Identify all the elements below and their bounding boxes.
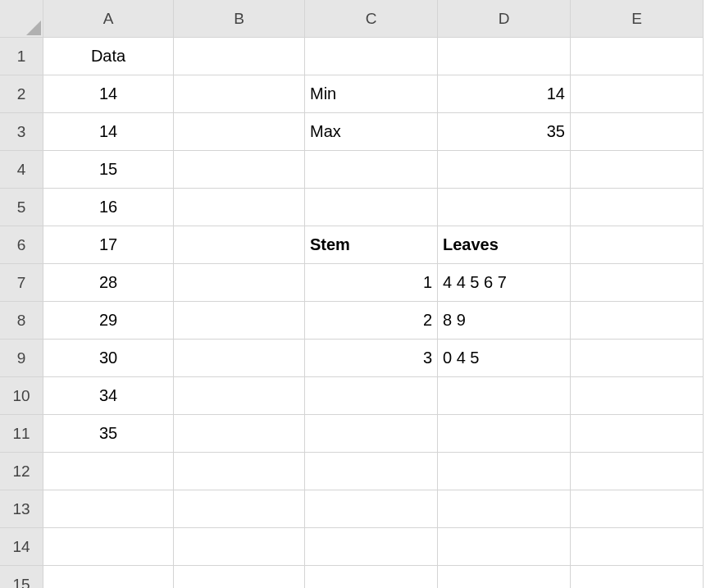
cell-C5[interactable] (305, 189, 438, 226)
cell-A10[interactable]: 34 (43, 377, 174, 415)
cell-C2[interactable]: Min (305, 75, 438, 113)
column-header-C[interactable]: C (305, 0, 438, 38)
column-header-B[interactable]: B (174, 0, 305, 38)
cell-B14[interactable] (174, 528, 305, 566)
cell-C11[interactable] (305, 415, 438, 453)
cell-C10[interactable] (305, 377, 438, 415)
spreadsheet-grid[interactable]: ABCDE1Data214Min14314Max35415516617StemL… (0, 0, 706, 588)
cell-D3[interactable]: 35 (438, 113, 571, 151)
cell-E2[interactable] (571, 75, 704, 113)
cell-A3[interactable]: 14 (43, 113, 174, 151)
cell-E13[interactable] (571, 490, 704, 528)
cell-A6[interactable]: 17 (43, 226, 174, 264)
row-header-7[interactable]: 7 (0, 264, 43, 302)
cell-E5[interactable] (571, 189, 704, 226)
cell-B8[interactable] (174, 302, 305, 340)
row-header-3[interactable]: 3 (0, 113, 43, 151)
row-header-2[interactable]: 2 (0, 75, 43, 113)
cell-E9[interactable] (571, 340, 704, 377)
row-header-11[interactable]: 11 (0, 415, 43, 453)
cell-D14[interactable] (438, 528, 571, 566)
cell-D1[interactable] (438, 38, 571, 75)
cell-C6[interactable]: Stem (305, 226, 438, 264)
cell-B3[interactable] (174, 113, 305, 151)
cell-C4[interactable] (305, 151, 438, 189)
row-header-15[interactable]: 15 (0, 566, 43, 588)
cell-C12[interactable] (305, 453, 438, 490)
cell-B13[interactable] (174, 490, 305, 528)
cell-A4[interactable]: 15 (43, 151, 174, 189)
row-header-1[interactable]: 1 (0, 38, 43, 75)
cell-C3[interactable]: Max (305, 113, 438, 151)
cell-B9[interactable] (174, 340, 305, 377)
cell-D6[interactable]: Leaves (438, 226, 571, 264)
cell-D13[interactable] (438, 490, 571, 528)
row-header-14[interactable]: 14 (0, 528, 43, 566)
cell-D9[interactable]: 0 4 5 (438, 340, 571, 377)
cell-D12[interactable] (438, 453, 571, 490)
cell-A15[interactable] (43, 566, 174, 588)
cell-B2[interactable] (174, 75, 305, 113)
cell-E1[interactable] (571, 38, 704, 75)
cell-D11[interactable] (438, 415, 571, 453)
cell-D7[interactable]: 4 4 5 6 7 (438, 264, 571, 302)
column-header-A[interactable]: A (43, 0, 174, 38)
cell-E7[interactable] (571, 264, 704, 302)
cell-D2[interactable]: 14 (438, 75, 571, 113)
cell-E15[interactable] (571, 566, 704, 588)
cell-B12[interactable] (174, 453, 305, 490)
row-header-8[interactable]: 8 (0, 302, 43, 340)
cell-A14[interactable] (43, 528, 174, 566)
cell-B10[interactable] (174, 377, 305, 415)
cell-C13[interactable] (305, 490, 438, 528)
row-header-label: 8 (17, 312, 26, 330)
row-header-9[interactable]: 9 (0, 340, 43, 377)
cell-E14[interactable] (571, 528, 704, 566)
cell-C9[interactable]: 3 (305, 340, 438, 377)
cell-D15[interactable] (438, 566, 571, 588)
cell-B4[interactable] (174, 151, 305, 189)
row-header-13[interactable]: 13 (0, 490, 43, 528)
cell-E3[interactable] (571, 113, 704, 151)
cell-C15[interactable] (305, 566, 438, 588)
cell-A11[interactable]: 35 (43, 415, 174, 453)
cell-D4[interactable] (438, 151, 571, 189)
cell-B11[interactable] (174, 415, 305, 453)
cell-value: Max (310, 122, 341, 141)
cell-A1[interactable]: Data (43, 38, 174, 75)
column-header-E[interactable]: E (571, 0, 704, 38)
cell-B5[interactable] (174, 189, 305, 226)
cell-C8[interactable]: 2 (305, 302, 438, 340)
cell-A9[interactable]: 30 (43, 340, 174, 377)
row-header-12[interactable]: 12 (0, 453, 43, 490)
cell-D10[interactable] (438, 377, 571, 415)
cell-D5[interactable] (438, 189, 571, 226)
cell-A7[interactable]: 28 (43, 264, 174, 302)
cell-A13[interactable] (43, 490, 174, 528)
row-header-6[interactable]: 6 (0, 226, 43, 264)
cell-B7[interactable] (174, 264, 305, 302)
cell-B15[interactable] (174, 566, 305, 588)
cell-E4[interactable] (571, 151, 704, 189)
cell-A12[interactable] (43, 453, 174, 490)
cell-A8[interactable]: 29 (43, 302, 174, 340)
row-header-4[interactable]: 4 (0, 151, 43, 189)
cell-A5[interactable]: 16 (43, 189, 174, 226)
cell-E12[interactable] (571, 453, 704, 490)
cell-A2[interactable]: 14 (43, 75, 174, 113)
cell-E11[interactable] (571, 415, 704, 453)
cell-E6[interactable] (571, 226, 704, 264)
row-header-5[interactable]: 5 (0, 189, 43, 226)
cell-C14[interactable] (305, 528, 438, 566)
select-all-corner[interactable] (0, 0, 43, 38)
cell-B6[interactable] (174, 226, 305, 264)
row-header-10[interactable]: 10 (0, 377, 43, 415)
cell-C1[interactable] (305, 38, 438, 75)
cell-C7[interactable]: 1 (305, 264, 438, 302)
cell-D8[interactable]: 8 9 (438, 302, 571, 340)
cell-B1[interactable] (174, 38, 305, 75)
cell-E10[interactable] (571, 377, 704, 415)
row-header-label: 7 (17, 274, 26, 292)
column-header-D[interactable]: D (438, 0, 571, 38)
cell-E8[interactable] (571, 302, 704, 340)
